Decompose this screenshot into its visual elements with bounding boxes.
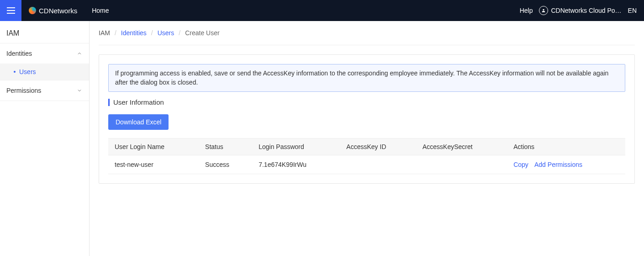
breadcrumb-separator: / [179,29,180,37]
breadcrumb-users[interactable]: Users [158,29,174,37]
col-access-key-id: AccessKey ID [340,139,416,155]
brand-name: CDNetworks [39,7,77,15]
sidebar: IAM Identities Users Permissions [0,21,90,256]
cell-actions: Copy Add Permissions [507,155,625,174]
sidebar-item-identities[interactable]: Identities [0,43,89,64]
col-actions: Actions [507,139,625,155]
chevron-down-icon [76,87,83,94]
col-access-key-secret: AccessKeySecret [416,139,507,155]
cell-user-login-name: test-new-user [108,155,199,174]
breadcrumb-separator: / [151,29,153,37]
chevron-up-icon [76,50,83,57]
user-avatar-icon [539,6,548,15]
sidebar-title: IAM [0,21,89,43]
add-permissions-action[interactable]: Add Permissions [534,161,582,168]
cell-login-password: 7.1e674K99IrWu [252,155,340,174]
sidebar-section-identities: Identities Users [0,43,89,80]
sidebar-item-label: Permissions [6,87,41,94]
user-menu[interactable]: CDNetworks Cloud Po… [539,6,621,15]
breadcrumb-create-user: Create User [185,29,219,37]
table-header-row: User Login Name Status Login Password Ac… [108,139,625,155]
breadcrumb-iam: IAM [99,29,110,37]
user-info-table: User Login Name Status Login Password Ac… [108,138,625,174]
section-title-bar-icon [108,99,110,106]
header-right: Help CDNetworks Cloud Po… EN [520,6,644,15]
language-switcher[interactable]: EN [628,7,637,14]
table-row: test-new-user Success 7.1e674K99IrWu Cop… [108,155,625,174]
cell-status: Success [199,155,252,174]
section-title-text: User Information [113,98,164,106]
cell-access-key-secret [416,155,507,174]
breadcrumb-separator: / [115,29,116,37]
sidebar-section-permissions: Permissions [0,80,89,101]
cell-access-key-id [340,155,416,174]
brand-logo-icon [29,7,36,14]
help-link[interactable]: Help [520,7,533,14]
copy-action[interactable]: Copy [513,161,528,168]
col-status: Status [199,139,252,155]
col-login-password: Login Password [252,139,340,155]
download-excel-button[interactable]: Download Excel [108,114,169,130]
col-user-login-name: User Login Name [108,139,199,155]
info-alert: If programming access is enabled, save o… [108,64,625,92]
user-info-panel: If programming access is enabled, save o… [99,54,635,184]
breadcrumb: IAM / Identities / Users / Create User [99,29,635,45]
sidebar-item-users[interactable]: Users [0,64,89,80]
bullet-icon [14,71,16,73]
main-content: IAM / Identities / Users / Create User I… [90,21,644,256]
section-title: User Information [108,98,625,106]
sidebar-item-label: Users [19,68,36,75]
breadcrumb-identities[interactable]: Identities [121,29,147,37]
brand[interactable]: CDNetworks [21,7,84,15]
top-header: CDNetworks Home Help CDNetworks Cloud Po… [0,0,644,21]
svg-point-0 [543,9,544,11]
hamburger-icon [7,7,15,14]
hamburger-menu-button[interactable] [0,0,21,21]
sidebar-item-permissions[interactable]: Permissions [0,80,89,101]
user-label: CDNetworks Cloud Po… [551,7,621,14]
nav-home[interactable]: Home [84,7,116,14]
sidebar-item-label: Identities [6,50,32,57]
